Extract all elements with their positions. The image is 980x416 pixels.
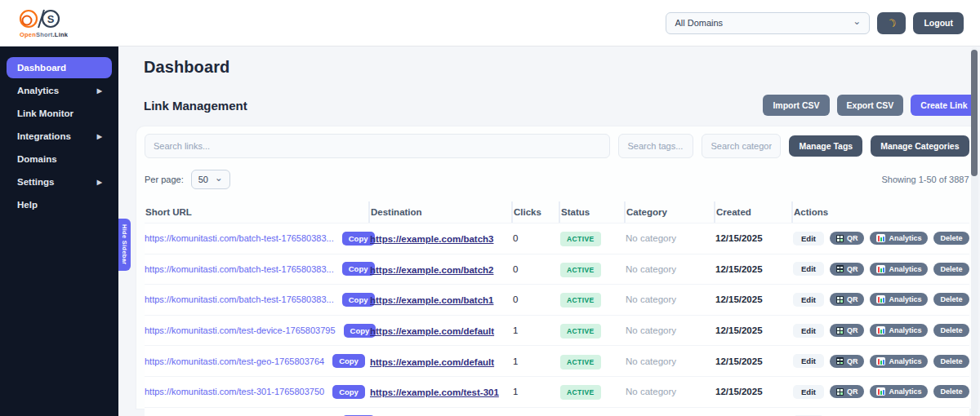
qr-button[interactable]: QR	[830, 293, 865, 306]
sidebar-item-domains[interactable]: Domains	[7, 148, 112, 170]
col-header-short-url[interactable]: Short URL	[145, 201, 370, 223]
copy-button[interactable]: Copy	[332, 385, 365, 399]
short-url-link[interactable]: https://komunitasti.com/batch-test-17658…	[145, 264, 334, 274]
created-date: 12/15/2025	[715, 264, 793, 274]
logo-wordmark: OpenShort.Link	[20, 32, 68, 38]
manage-categories-button[interactable]: Manage Categories	[871, 135, 969, 157]
delete-button[interactable]: Delete	[933, 385, 969, 398]
qr-code-icon	[836, 327, 844, 334]
topbar: S OpenShort.Link All Domains ⌄ ☽ Logout	[0, 0, 980, 46]
category-value: No category	[626, 325, 715, 335]
showing-count: Showing 1-50 of 3887	[881, 175, 969, 184]
chevron-right-icon: ▶	[97, 87, 102, 95]
qr-button[interactable]: QR	[830, 385, 865, 398]
edit-button[interactable]: Edit	[793, 324, 824, 338]
bar-chart-icon	[876, 357, 885, 365]
search-links-input[interactable]	[145, 134, 610, 158]
short-url-link[interactable]: https://komunitasti.com/batch-test-17658…	[145, 233, 334, 243]
sidebar-item-help[interactable]: Help	[7, 194, 112, 215]
qr-code-icon	[836, 265, 844, 272]
destination-link[interactable]: https://example.com/batch1	[370, 295, 493, 305]
sidebar-item-link-monitor[interactable]: Link Monitor	[7, 103, 112, 124]
chevron-right-icon: ▶	[97, 133, 102, 140]
table-row: https://komunitasti.com/batch-test-17658…	[145, 284, 969, 315]
destination-link[interactable]: https://example.com/batch3	[370, 234, 493, 244]
delete-button[interactable]: Delete	[933, 293, 969, 306]
sidebar-item-analytics[interactable]: Analytics ▶	[7, 80, 112, 101]
scrollbar-track[interactable]	[971, 47, 978, 416]
edit-button[interactable]: Edit	[793, 262, 824, 276]
category-value: No category	[626, 387, 715, 396]
create-link-button[interactable]: Create Link	[911, 95, 977, 116]
hide-sidebar-tab[interactable]: Hide Sidebar	[118, 219, 131, 271]
destination-link[interactable]: https://example.com/default	[370, 326, 494, 336]
table-row: https://komunitasti.com/batch-test-17658…	[145, 223, 969, 254]
sidebar-item-settings[interactable]: Settings ▶	[7, 171, 112, 193]
delete-button[interactable]: Delete	[933, 324, 969, 337]
short-url-link[interactable]: https://komunitasti.com/batch-test-17658…	[145, 294, 334, 304]
search-categories-input[interactable]	[702, 134, 781, 158]
status-badge: ACTIVE	[560, 293, 601, 308]
table-row: https://komunitasti.com/test-device-1765…	[145, 315, 969, 346]
status-badge: ACTIVE	[560, 355, 601, 370]
created-date: 12/15/2025	[715, 356, 793, 366]
qr-button[interactable]: QR	[830, 324, 865, 337]
analytics-button[interactable]: Analytics	[870, 232, 928, 245]
bar-chart-icon	[876, 265, 885, 273]
export-csv-button[interactable]: Export CSV	[837, 95, 904, 116]
table-row: https://komunitasti.com/batch-test-17658…	[145, 254, 969, 285]
edit-button[interactable]: Edit	[793, 293, 824, 307]
destination-link[interactable]: https://example.com/default	[370, 357, 494, 367]
scrollbar-thumb[interactable]	[971, 50, 978, 176]
table-row: https://komunitasti.com/test-expire-1765…	[145, 407, 969, 416]
toolbar: Import CSV Export CSV Create Link	[763, 95, 977, 116]
destination-link[interactable]: https://example.com/batch2	[370, 265, 493, 275]
manage-tags-button[interactable]: Manage Tags	[789, 135, 862, 157]
col-header-category[interactable]: Category	[626, 201, 715, 223]
col-header-destination[interactable]: Destination	[370, 201, 513, 223]
logout-button[interactable]: Logout	[913, 12, 964, 34]
import-csv-button[interactable]: Import CSV	[763, 95, 829, 116]
analytics-button[interactable]: Analytics	[870, 385, 928, 398]
clicks-value: 1	[513, 356, 560, 366]
category-value: No category	[626, 356, 715, 366]
search-tags-input[interactable]	[618, 134, 693, 158]
logo-icon: S	[18, 8, 60, 31]
analytics-button[interactable]: Analytics	[870, 293, 928, 306]
domain-select[interactable]: All Domains ⌄	[666, 12, 870, 34]
per-page-select[interactable]: 50 ⌄	[191, 170, 230, 189]
short-url-link[interactable]: https://komunitasti.com/test-device-1765…	[145, 325, 336, 335]
delete-button[interactable]: Delete	[933, 232, 969, 245]
delete-button[interactable]: Delete	[933, 355, 969, 368]
analytics-button[interactable]: Analytics	[870, 355, 928, 368]
sidebar-item-integrations[interactable]: Integrations ▶	[7, 126, 112, 147]
copy-button[interactable]: Copy	[332, 354, 365, 368]
analytics-button[interactable]: Analytics	[870, 324, 928, 337]
status-badge: ACTIVE	[560, 263, 601, 277]
edit-button[interactable]: Edit	[793, 232, 824, 246]
bar-chart-icon	[876, 234, 885, 242]
col-header-clicks[interactable]: Clicks	[513, 201, 560, 223]
theme-toggle-button[interactable]: ☽	[877, 12, 906, 34]
section-title: Link Management	[144, 99, 247, 113]
short-url-link[interactable]: https://komunitasti.com/test-geo-1765803…	[145, 356, 324, 366]
created-date: 12/15/2025	[715, 387, 793, 396]
qr-code-icon	[836, 296, 844, 303]
analytics-button[interactable]: Analytics	[870, 263, 928, 276]
qr-button[interactable]: QR	[830, 355, 865, 368]
col-header-created[interactable]: Created	[715, 201, 793, 223]
clicks-value: 1	[513, 325, 560, 335]
short-url-link[interactable]: https://komunitasti.com/test-301-1765803…	[145, 387, 324, 396]
qr-button[interactable]: QR	[830, 263, 865, 276]
domain-select-value: All Domains	[675, 18, 723, 28]
destination-link[interactable]: https://example.com/test-301	[370, 387, 499, 397]
table-body: https://komunitasti.com/batch-test-17658…	[145, 223, 969, 416]
qr-code-icon	[836, 388, 844, 396]
edit-button[interactable]: Edit	[793, 385, 824, 399]
delete-button[interactable]: Delete	[933, 263, 969, 276]
col-header-status[interactable]: Status	[560, 201, 626, 223]
sidebar-item-dashboard[interactable]: Dashboard	[7, 57, 112, 78]
category-value: No category	[626, 294, 715, 304]
qr-button[interactable]: QR	[830, 232, 865, 245]
edit-button[interactable]: Edit	[793, 354, 824, 368]
